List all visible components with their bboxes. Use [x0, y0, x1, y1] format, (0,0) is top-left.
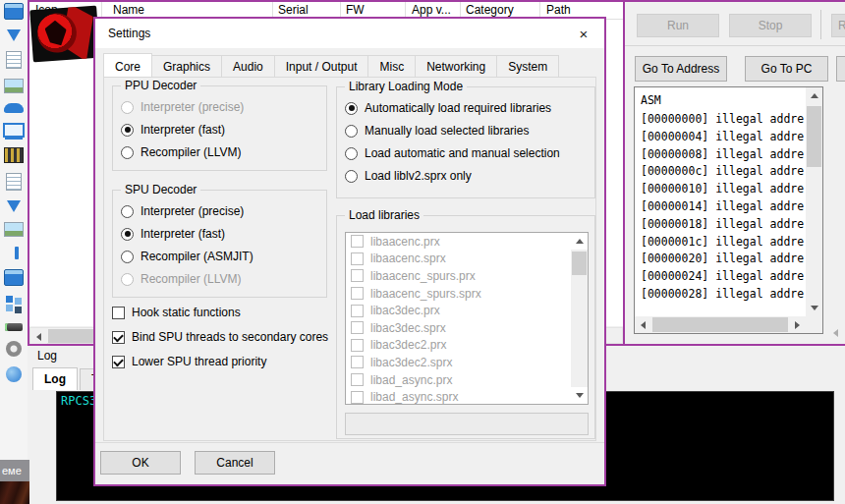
asm-hscrollbar[interactable] [635, 316, 806, 333]
asm-line[interactable]: [00000028] illegal addre [641, 286, 804, 304]
scroll-down-icon[interactable] [806, 300, 822, 316]
checkbox-lower-spu-priority[interactable]: Lower SPU thread priority [112, 355, 328, 368]
asm-line[interactable]: [00000024] illegal addre [641, 268, 804, 286]
scroll-thumb[interactable] [807, 106, 821, 167]
drive-icon[interactable] [5, 323, 23, 331]
checkbox-icon [351, 287, 364, 300]
image-icon[interactable] [4, 222, 24, 237]
column-name[interactable]: Name [113, 3, 144, 17]
libraries-list[interactable]: libaacenc.prx libaacenc.sprx libaacenc_s… [345, 232, 589, 405]
radio-spu-recompiler-llvm[interactable]: Recompiler (LLVM) [121, 272, 320, 286]
checkbox-hook-static-functions[interactable]: Hook static functions [112, 306, 328, 319]
goto-pc-button[interactable]: Go To PC [745, 56, 828, 82]
load-libraries-title: Load libraries [345, 208, 423, 222]
app-window-icon[interactable] [4, 3, 24, 20]
scroll-thumb[interactable] [572, 252, 587, 275]
document-icon[interactable] [6, 173, 22, 191]
radio-ppu-recompiler-llvm[interactable]: Recompiler (LLVM) [121, 145, 320, 159]
scroll-thumb[interactable] [652, 317, 788, 332]
partial-button[interactable]: Re [831, 14, 845, 37]
spu-decoder-group: SPU Decoder Interpreter (precise) Interp… [112, 190, 327, 298]
radio-ppu-interpreter-precise[interactable]: Interpreter (precise) [121, 100, 320, 114]
library-item[interactable]: libac3dec2.sprx [346, 354, 588, 371]
tab-input-output[interactable]: Input / Output [274, 55, 368, 79]
asm-line[interactable]: [0000001c] illegal addre [641, 234, 804, 252]
asm-header-row[interactable]: ASM [641, 93, 661, 107]
checkbox-icon [351, 269, 364, 282]
asm-line[interactable]: [0000000c] illegal addre [641, 163, 804, 181]
library-item[interactable]: libad_async.sprx [346, 388, 588, 405]
scroll-left-icon[interactable] [827, 324, 844, 341]
main-toolbar [0, 0, 28, 462]
scroll-up-icon[interactable] [806, 87, 822, 104]
library-filter-input[interactable] [345, 413, 589, 435]
dialog-titlebar[interactable]: Settings × [95, 19, 604, 48]
radio-load-auto-and-manual[interactable]: Load automatic and manual selection [345, 146, 589, 160]
library-item[interactable]: libac3dec.sprx [346, 319, 588, 337]
film-icon[interactable] [4, 147, 24, 163]
library-item[interactable]: libad_async.prx [346, 371, 588, 389]
column-fw[interactable]: FW [346, 3, 365, 17]
asm-line[interactable]: [00000020] illegal addre [641, 251, 804, 268]
scroll-right-icon[interactable] [789, 316, 806, 333]
column-path[interactable]: Path [546, 3, 571, 17]
game-icon-persona5[interactable] [29, 6, 100, 63]
asm-line[interactable]: [00000000] illegal addre [641, 111, 804, 129]
download-arrow-icon[interactable] [7, 200, 21, 212]
asm-line[interactable]: [00000008] illegal addre [641, 146, 804, 164]
column-serial[interactable]: Serial [278, 3, 309, 17]
radio-auto-load-required[interactable]: Automatically load required libraries [345, 101, 589, 115]
scroll-left-icon[interactable] [635, 316, 651, 333]
scroll-left-icon[interactable] [30, 328, 47, 345]
tab-networking[interactable]: Networking [415, 55, 496, 79]
close-icon[interactable]: × [573, 23, 594, 44]
radio-spu-interpreter-precise[interactable]: Interpreter (precise) [121, 204, 320, 218]
ok-button[interactable]: OK [100, 451, 181, 475]
radio-load-liblv2-only[interactable]: Load liblv2.sprx only [345, 169, 589, 183]
cancel-button[interactable]: Cancel [195, 451, 275, 475]
partial-button-2[interactable] [836, 56, 845, 82]
asm-vscrollbar[interactable] [806, 87, 822, 316]
tab-misc[interactable]: Misc [367, 55, 415, 79]
library-item[interactable]: libac3dec2.prx [346, 337, 588, 355]
libraries-vscrollbar[interactable] [571, 233, 588, 404]
display-icon[interactable] [3, 123, 25, 138]
goto-address-button[interactable]: Go To Address [635, 56, 727, 82]
tab-graphics[interactable]: Graphics [152, 55, 221, 79]
disc-icon[interactable] [6, 341, 22, 357]
checkbox-bind-spu-threads[interactable]: Bind SPU threads to secondary cores [112, 330, 328, 344]
radio-manual-load-selected[interactable]: Manually load selected libraries [345, 124, 589, 138]
radio-ppu-interpreter-fast[interactable]: Interpreter (fast) [121, 123, 320, 137]
image-icon[interactable] [4, 79, 24, 93]
tab-system[interactable]: System [496, 55, 559, 79]
library-item[interactable]: libaacenc_spurs.prx [346, 267, 588, 285]
tab-log[interactable]: Log [32, 367, 78, 390]
asm-listing[interactable]: ASM [00000000] illegal addre [00000004] … [634, 86, 823, 334]
library-item[interactable]: libac3dec.prx [346, 302, 588, 319]
download-arrow-icon[interactable] [7, 29, 21, 41]
library-item[interactable]: libaacenc.prx [346, 233, 588, 251]
document-icon[interactable] [6, 51, 22, 69]
tab-core[interactable]: Core [103, 53, 152, 79]
radio-spu-recompiler-asmjit[interactable]: Recompiler (ASMJIT) [121, 250, 320, 263]
scroll-up-icon[interactable] [571, 233, 588, 250]
cloud-icon[interactable] [4, 103, 24, 113]
music-note-icon[interactable] [15, 247, 19, 259]
radio-spu-interpreter-fast[interactable]: Interpreter (fast) [121, 227, 320, 241]
tab-audio[interactable]: Audio [221, 55, 274, 79]
asm-line[interactable]: [00000010] illegal addre [641, 181, 804, 198]
library-item[interactable]: libaacenc_spurs.sprx [346, 285, 588, 303]
stop-button[interactable]: Stop [729, 14, 812, 37]
asm-line[interactable]: [00000018] illegal addre [641, 216, 804, 234]
library-item[interactable]: libaacenc.sprx [346, 251, 588, 268]
asm-line[interactable]: [00000014] illegal addre [641, 198, 804, 216]
plugins-icon[interactable] [6, 296, 13, 303]
asm-line[interactable]: [00000004] illegal addre [641, 129, 804, 146]
window-icon[interactable] [4, 269, 24, 286]
scroll-down-icon[interactable] [571, 387, 588, 404]
radio-icon [345, 147, 358, 160]
column-appver[interactable]: App v... [412, 3, 451, 17]
network-icon[interactable] [6, 366, 22, 382]
run-button[interactable]: Run [637, 14, 719, 37]
column-category[interactable]: Category [466, 3, 514, 17]
